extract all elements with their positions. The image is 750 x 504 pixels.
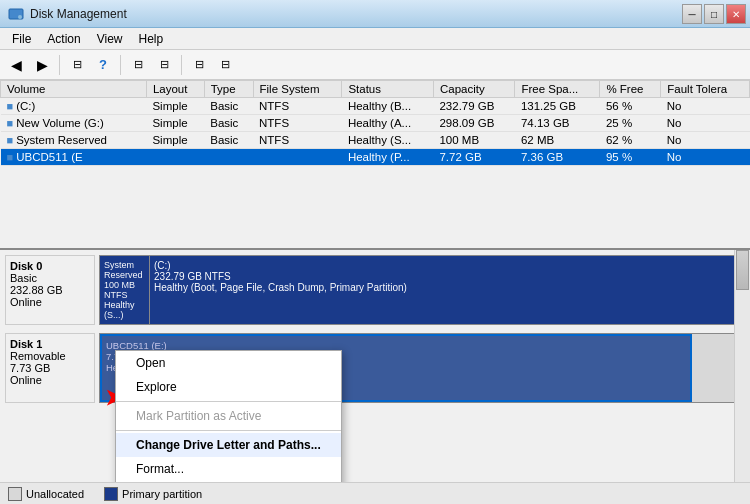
scrollbar-thumb[interactable] xyxy=(736,250,749,290)
disk0-status: Online xyxy=(10,296,90,308)
minimize-button[interactable]: ─ xyxy=(682,4,702,24)
maximize-button[interactable]: □ xyxy=(704,4,724,24)
disk1-size: 7.73 GB xyxy=(10,362,90,374)
cell-capacity: 232.79 GB xyxy=(433,98,514,115)
vol-icon: ■ xyxy=(7,100,17,112)
ctx-item-open[interactable]: Open xyxy=(116,351,341,375)
cell-status: Healthy (S... xyxy=(342,132,434,149)
toolbar-separator-3 xyxy=(181,55,182,75)
disk0-sysreserved[interactable]: System Reserved100 MB NTFSHealthy (S...) xyxy=(100,256,150,324)
col-free[interactable]: Free Spa... xyxy=(515,81,600,98)
disk1-label: Disk 1 Removable 7.73 GB Online xyxy=(5,333,95,403)
cell-fs xyxy=(253,149,342,166)
cell-type xyxy=(204,149,253,166)
cell-pct: 62 % xyxy=(600,132,661,149)
cell-type: Basic xyxy=(204,98,253,115)
disk-graphic-area: Disk 0 Basic 232.88 GB Online System Res… xyxy=(0,250,750,482)
cell-fs: NTFS xyxy=(253,98,342,115)
cell-type: Basic xyxy=(204,115,253,132)
legend-unallocated-box xyxy=(8,487,22,501)
tool-btn-4[interactable]: ⊟ xyxy=(152,53,176,77)
col-layout[interactable]: Layout xyxy=(146,81,204,98)
cell-layout: Simple xyxy=(146,98,204,115)
tool-btn-3[interactable]: ⊟ xyxy=(126,53,150,77)
legend-unallocated-label: Unallocated xyxy=(26,488,84,500)
window-controls: ─ □ ✕ xyxy=(682,4,746,24)
col-status[interactable]: Status xyxy=(342,81,434,98)
cell-layout xyxy=(146,149,204,166)
cell-free: 131.25 GB xyxy=(515,98,600,115)
disk0-sysreserved-label: System Reserved100 MB NTFSHealthy (S...) xyxy=(104,260,145,320)
volume-table: Volume Layout Type File System Status Ca… xyxy=(0,80,750,166)
vol-icon: ■ xyxy=(7,117,17,129)
disk0-row: Disk 0 Basic 232.88 GB Online System Res… xyxy=(5,255,745,325)
vol-icon: ■ xyxy=(7,151,17,163)
col-pct[interactable]: % Free xyxy=(600,81,661,98)
cell-fault: No xyxy=(661,115,750,132)
cell-volume: ■ (C:) xyxy=(1,98,147,115)
cell-fs: NTFS xyxy=(253,132,342,149)
cell-free: 62 MB xyxy=(515,132,600,149)
col-volume[interactable]: Volume xyxy=(1,81,147,98)
disk1-name: Disk 1 xyxy=(10,338,90,350)
disk1-type: Removable xyxy=(10,350,90,362)
legend-primary-box xyxy=(104,487,118,501)
status-bar: Unallocated Primary partition xyxy=(0,482,750,504)
cell-status: Healthy (P... xyxy=(342,149,434,166)
col-type[interactable]: Type xyxy=(204,81,253,98)
disk0-label: Disk 0 Basic 232.88 GB Online xyxy=(5,255,95,325)
menu-action[interactable]: Action xyxy=(39,30,88,48)
disk0-type: Basic xyxy=(10,272,90,284)
cell-fault: No xyxy=(661,149,750,166)
disk0-name: Disk 0 xyxy=(10,260,90,272)
forward-button[interactable]: ▶ xyxy=(30,53,54,77)
menu-file[interactable]: File xyxy=(4,30,39,48)
legend-primary: Primary partition xyxy=(104,487,202,501)
tool-btn-5[interactable]: ⊟ xyxy=(187,53,211,77)
cell-capacity: 298.09 GB xyxy=(433,115,514,132)
cell-free: 74.13 GB xyxy=(515,115,600,132)
toolbar: ◀ ▶ ⊟ ? ⊟ ⊟ ⊟ ⊟ xyxy=(0,50,750,80)
cell-volume: ■ New Volume (G:) xyxy=(1,115,147,132)
disk0-partitions: System Reserved100 MB NTFSHealthy (S...)… xyxy=(99,255,745,325)
ctx-item-change-drive-letter-and-paths[interactable]: Change Drive Letter and Paths... xyxy=(116,433,341,457)
cell-pct: 95 % xyxy=(600,149,661,166)
cell-fault: No xyxy=(661,98,750,115)
col-fault[interactable]: Fault Tolera xyxy=(661,81,750,98)
cell-layout: Simple xyxy=(146,115,204,132)
ctx-separator xyxy=(116,401,341,402)
cell-volume: ■ System Reserved xyxy=(1,132,147,149)
menu-view[interactable]: View xyxy=(89,30,131,48)
table-row[interactable]: ■ (C:) Simple Basic NTFS Healthy (B... 2… xyxy=(1,98,750,115)
col-capacity[interactable]: Capacity xyxy=(433,81,514,98)
main-area: Volume Layout Type File System Status Ca… xyxy=(0,80,750,482)
table-row[interactable]: ■ System Reserved Simple Basic NTFS Heal… xyxy=(1,132,750,149)
title-bar: Disk Management ─ □ ✕ xyxy=(0,0,750,28)
table-row[interactable]: ■ UBCD511 (E Healthy (P... 7.72 GB 7.36 … xyxy=(1,149,750,166)
menu-help[interactable]: Help xyxy=(131,30,172,48)
legend-primary-label: Primary partition xyxy=(122,488,202,500)
close-button[interactable]: ✕ xyxy=(726,4,746,24)
volume-table-area: Volume Layout Type File System Status Ca… xyxy=(0,80,750,250)
tool-btn-6[interactable]: ⊟ xyxy=(213,53,237,77)
disk-mgmt-icon xyxy=(8,6,24,22)
ctx-item-format[interactable]: Format... xyxy=(116,457,341,481)
window-title: Disk Management xyxy=(30,7,127,21)
cell-layout: Simple xyxy=(146,132,204,149)
disk1-status: Online xyxy=(10,374,90,386)
vertical-scrollbar[interactable] xyxy=(734,250,750,482)
ctx-item-explore[interactable]: Explore xyxy=(116,375,341,399)
disk0-c-label: (C:)232.79 GB NTFSHealthy (Boot, Page Fi… xyxy=(154,260,740,293)
table-row[interactable]: ■ New Volume (G:) Simple Basic NTFS Heal… xyxy=(1,115,750,132)
cell-capacity: 7.72 GB xyxy=(433,149,514,166)
cell-free: 7.36 GB xyxy=(515,149,600,166)
cell-fault: No xyxy=(661,132,750,149)
back-button[interactable]: ◀ xyxy=(4,53,28,77)
up-button[interactable]: ⊟ xyxy=(65,53,89,77)
cell-pct: 56 % xyxy=(600,98,661,115)
cell-pct: 25 % xyxy=(600,115,661,132)
help-button[interactable]: ? xyxy=(91,53,115,77)
cell-fs: NTFS xyxy=(253,115,342,132)
disk0-c[interactable]: (C:)232.79 GB NTFSHealthy (Boot, Page Fi… xyxy=(150,256,744,324)
col-fs[interactable]: File System xyxy=(253,81,342,98)
